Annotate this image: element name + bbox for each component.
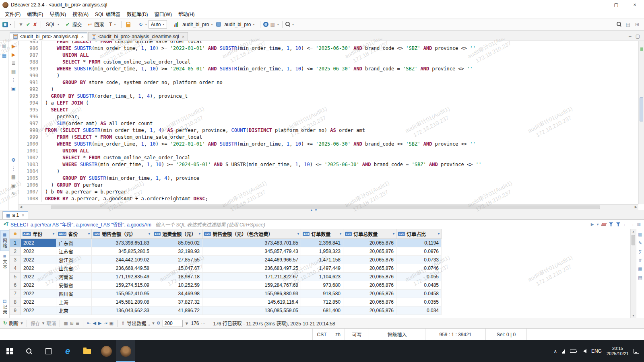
filter-query-text[interactable]: SELECT a.perYear AS "年份", a.province_t A… xyxy=(10,221,151,228)
menu-item[interactable]: 导航(N) xyxy=(46,10,69,17)
add-row-icon[interactable]: ▦ xyxy=(64,321,68,326)
table-cell[interactable]: 373,398,651.83 xyxy=(92,239,152,247)
table-cell[interactable]: 2022 xyxy=(21,264,56,273)
sash-restore-arrows[interactable]: ▲▼ xyxy=(310,208,319,212)
results-filter-bar[interactable]: <T SELECT a.perYear AS "年份", a.province_… xyxy=(0,220,644,229)
code-line[interactable]: 999 FROM (SELECT * FROM custom_online_sa… xyxy=(19,134,638,141)
auto-sync-icon[interactable]: ↻ xyxy=(138,22,144,27)
code-line[interactable]: 985 FROM (SELECT * FROM custom_online_sa… xyxy=(19,41,638,45)
layout-icon[interactable]: ▥ xyxy=(270,22,276,27)
caret-position-indicator[interactable]: 959 : 1 : 39421 xyxy=(425,329,485,340)
editor-hscroll-thumb[interactable] xyxy=(51,206,600,209)
table-cell[interactable]: 18,987.18 xyxy=(152,273,202,281)
table-cell[interactable]: 145,581,289.08 xyxy=(92,298,152,306)
column-header[interactable]: ABC省份▾ xyxy=(56,229,92,239)
table-cell[interactable]: 85,050.02 xyxy=(152,239,202,247)
taskbar-search-button[interactable] xyxy=(19,340,39,362)
grid-scroll-up-icon[interactable]: ▲ xyxy=(631,230,636,233)
table-cell[interactable]: 2022 xyxy=(21,247,56,256)
table-cell[interactable]: 2022 xyxy=(21,239,56,247)
row-number-cell[interactable]: 9 xyxy=(10,306,21,315)
scroll-left-icon[interactable]: ◀ xyxy=(20,205,22,209)
menu-item[interactable]: 编辑(E) xyxy=(24,10,46,17)
sql-mode-dropdown[interactable]: SQL ▾ xyxy=(44,21,62,28)
row-number-cell[interactable]: 6 xyxy=(10,281,21,290)
table-cell[interactable]: 681,400 xyxy=(301,306,343,315)
minimize-button[interactable]: – xyxy=(588,0,607,10)
table-cell[interactable]: 973,680 xyxy=(301,281,343,290)
column-filter-icon[interactable]: ▾ xyxy=(53,232,54,236)
execute-script-icon[interactable]: ▶ xyxy=(11,52,16,58)
transaction-log-dropdown[interactable]: T ▾ xyxy=(107,21,118,28)
table-cell[interactable]: 159,274,515.09 xyxy=(92,281,152,290)
code-line[interactable]: 1000 WHERE SUBSTR(min_order_time, 1, 10)… xyxy=(19,141,638,148)
last-page-icon[interactable]: ⇥ xyxy=(103,321,107,326)
chevron-down-icon[interactable]: ▾ xyxy=(277,23,279,26)
input-language[interactable]: ENG xyxy=(591,348,602,354)
table-cell[interactable]: 32,198.93 xyxy=(152,247,202,256)
column-filter-icon[interactable]: ▾ xyxy=(340,232,341,236)
column-header[interactable]: 123运费金额（元）▾ xyxy=(152,229,202,239)
table-cell[interactable]: 1,958,323 xyxy=(301,247,343,256)
table-cell[interactable]: 2022 xyxy=(21,281,56,290)
result-grid[interactable]: ABC年份▾ABC省份▾123销售金额（元）▾123运费金额（元）▾123销售金… xyxy=(10,229,442,318)
table-cell[interactable]: 244,469,966.57 xyxy=(202,256,301,264)
table-cell[interactable]: 41,896.72 xyxy=(152,306,202,315)
filter-history-caret-icon[interactable]: ▾ xyxy=(597,222,599,226)
delete-row-icon[interactable]: ≣ xyxy=(76,321,79,326)
column-filter-icon[interactable]: ▾ xyxy=(297,232,299,236)
first-page-icon[interactable]: ⇤ xyxy=(87,321,91,326)
tray-expand-icon[interactable]: ∧ xyxy=(554,349,557,354)
table-row[interactable]: 72022四川省155,952,410.9534,469.98155,986,8… xyxy=(10,290,442,298)
table-cell[interactable]: 1,104,623 xyxy=(301,273,343,281)
more-actions-icon[interactable]: ⋮ xyxy=(10,166,17,171)
new-connection-icon[interactable] xyxy=(2,22,8,27)
table-cell[interactable]: 20,065,876 xyxy=(343,247,396,256)
sql-settings-gear-icon[interactable]: ⚙ xyxy=(10,157,17,163)
code-line[interactable]: 989 WHERE SUBSTR(min_order_time, 1, 10) … xyxy=(19,66,638,72)
code-line[interactable]: 1003 WHERE SUBSTR(min_order_time, 1, 10)… xyxy=(19,161,638,168)
table-cell[interactable]: 20,065,876 xyxy=(343,281,396,290)
result-view-tab[interactable]: ≣文本 xyxy=(1,252,9,272)
table-row[interactable]: 62022安徽省159,274,515.0910,252.59159,284,7… xyxy=(10,281,442,290)
code-line[interactable]: 996 perYear, xyxy=(19,113,638,120)
table-cell[interactable]: 上海 xyxy=(56,298,92,306)
editor-vertical-scrollbar[interactable] xyxy=(638,41,644,204)
menu-item[interactable]: 搜索(A) xyxy=(69,10,92,17)
panel-layout-icon[interactable]: ▥ xyxy=(637,222,641,226)
table-cell[interactable]: 0.0746 xyxy=(396,264,442,273)
quick-access-search-icon[interactable] xyxy=(617,22,622,27)
table-cell[interactable]: 20,065,876 xyxy=(343,264,396,273)
code-line[interactable]: 994) a LEFT JOIN ( xyxy=(19,100,638,107)
table-cell[interactable]: 0.0733 xyxy=(396,256,442,264)
table-cell[interactable]: 37,827.32 xyxy=(152,298,202,306)
nav-back-icon[interactable]: ← xyxy=(623,222,627,226)
code-area[interactable]: 985 FROM (SELECT * FROM custom_online_sa… xyxy=(19,41,638,204)
more-actions-icon[interactable]: ⋮ xyxy=(10,77,17,83)
code-line[interactable]: 1001 UNION ALL xyxy=(19,148,638,154)
table-cell[interactable]: 34,469.98 xyxy=(152,290,202,298)
table-row[interactable]: 52022河南省171,192,835.4918,987.18171,211,8… xyxy=(10,273,442,281)
table-cell[interactable]: 2022 xyxy=(21,306,56,315)
table-row[interactable]: 12022广东省373,398,651.8385,050.02373,483,7… xyxy=(10,239,442,247)
column-filter-icon[interactable]: ▾ xyxy=(438,232,440,236)
table-cell[interactable]: 浙江省 xyxy=(56,256,92,264)
code-line[interactable]: 987 UNION ALL xyxy=(19,52,638,59)
table-cell[interactable]: 0.1194 xyxy=(396,239,442,247)
row-number-cell[interactable]: 1 xyxy=(10,239,21,247)
edit-value-icon[interactable]: ✎ xyxy=(638,241,642,246)
table-cell[interactable]: 20,065,876 xyxy=(343,306,396,315)
menu-item[interactable]: SQL 编辑器 xyxy=(92,10,124,17)
menu-item[interactable]: 帮助(H) xyxy=(175,10,198,17)
code-line[interactable]: 1008ORDER BY a.perYear, a.goodsAmt + a.o… xyxy=(19,195,638,202)
table-cell[interactable]: 山东省 xyxy=(56,264,92,273)
table-cell[interactable]: 171,211,822.67 xyxy=(202,273,301,281)
refresh-caret-icon[interactable]: ▾ xyxy=(21,321,23,326)
grid-panel-icon[interactable]: ▦ xyxy=(638,266,642,272)
export-button[interactable]: 导出数据... xyxy=(127,320,150,327)
rollback-button[interactable]: ↩ 回滚 xyxy=(85,20,106,29)
refresh-label[interactable]: 刷新 xyxy=(9,320,19,327)
filter-funnel-icon[interactable] xyxy=(609,222,613,226)
save-file-icon[interactable]: ▣ xyxy=(10,183,17,188)
grid-corner-cell[interactable] xyxy=(10,229,21,239)
